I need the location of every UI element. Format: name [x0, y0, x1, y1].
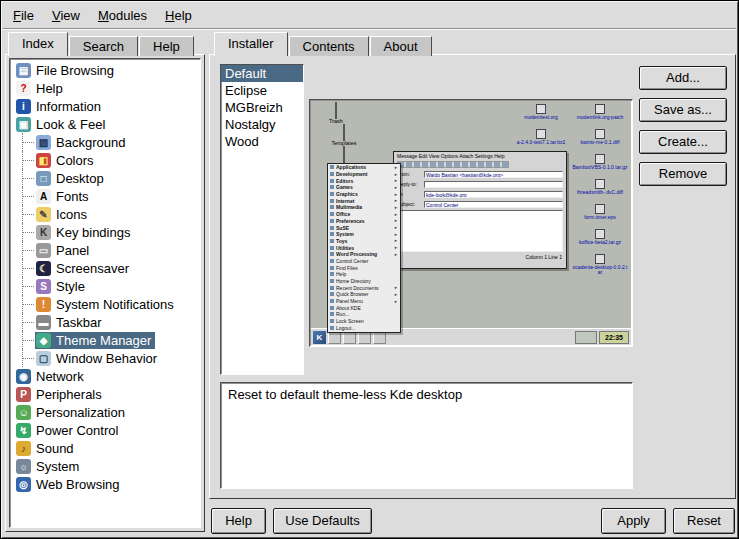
tree-item-content: ▬ Taskbar	[35, 314, 106, 331]
tree-item[interactable]: ↯ Power Control	[12, 421, 200, 439]
tree-item-content: ▨ Background	[35, 134, 129, 151]
kmenu-item-icon	[330, 259, 334, 263]
tree-item[interactable]: ? Help	[12, 79, 200, 97]
tree-item[interactable]: ◉ Network	[12, 367, 200, 385]
use-defaults-button[interactable]: Use Defaults	[273, 508, 372, 534]
menu-modules[interactable]: Modules	[89, 5, 156, 26]
tree-connector	[22, 295, 35, 313]
tab-contents[interactable]: Contents	[289, 36, 369, 56]
kmenu-item: SuSE	[328, 224, 400, 231]
kmenu-item-icon	[330, 286, 334, 290]
screensaver-icon: ☾	[36, 261, 51, 276]
tree-item[interactable]: S Style	[12, 277, 200, 295]
tree-item-label: Information	[36, 99, 101, 114]
help-icon: ?	[16, 81, 31, 96]
kmenu-item: About KDE	[328, 304, 400, 311]
tree-item[interactable]: ✎ Icons	[12, 205, 200, 223]
file-icon	[595, 179, 605, 189]
background-icon: ▨	[36, 135, 51, 150]
tab-about[interactable]: About	[370, 36, 432, 56]
tree-item[interactable]: ☼ System	[12, 457, 200, 475]
kmenu-item-icon	[330, 179, 334, 183]
tree-item[interactable]: ▣ Look & Feel	[12, 115, 200, 133]
installer-pane: Default Eclipse MGBreizh Nostalgy Wood T…	[209, 54, 736, 499]
tree-item[interactable]: ◧ Colors	[12, 151, 200, 169]
desktop-pager	[575, 331, 597, 344]
tree-item[interactable]: ☾ Screensaver	[12, 259, 200, 277]
apply-button[interactable]: Apply	[601, 508, 666, 534]
personalization-icon: ☺	[16, 405, 31, 420]
remove-button[interactable]: Remove	[639, 162, 727, 186]
taskbar-icon: ▬	[36, 315, 51, 330]
tree-item-label: Icons	[56, 207, 87, 222]
tree-item-label: Taskbar	[56, 315, 102, 330]
tree-item-content: ☺ Personalization	[15, 404, 129, 421]
desktop-icon: a-2.4.0-test7.1.tar.bz2	[513, 129, 569, 145]
theme-manager-icon: ◆	[36, 333, 51, 348]
tree-item[interactable]: ◎ Web Browsing	[12, 475, 200, 493]
menu-file[interactable]: File	[4, 5, 43, 26]
tree-item[interactable]: P Peripherals	[12, 385, 200, 403]
kmenu-item: Internet	[328, 197, 400, 204]
help-button[interactable]: Help	[211, 508, 266, 534]
tree-connector	[22, 223, 35, 241]
tree-connector	[22, 349, 35, 367]
tree-item[interactable]: A Fonts	[12, 187, 200, 205]
tree-item[interactable]: ▢ Window Behavior	[12, 349, 200, 367]
kmenu-item-icon	[330, 205, 334, 209]
tree-item-label: Peripherals	[36, 387, 102, 402]
kmenu-item: Editors	[328, 177, 400, 184]
menubar-separator	[3, 28, 736, 30]
theme-list-item[interactable]: Default	[221, 65, 303, 82]
power-control-icon: ↯	[16, 423, 31, 438]
tree-item[interactable]: i Information	[12, 97, 200, 115]
kmenu-item-icon	[330, 299, 334, 303]
tree-item-label: System Notifications	[56, 297, 174, 312]
kmenu-item-icon	[330, 172, 334, 176]
tab-help[interactable]: Help	[139, 36, 194, 56]
tree-item[interactable]: ♪ Sound	[12, 439, 200, 457]
desktop-icon: BambooVBS-0.1.0.tar.gz	[572, 154, 628, 170]
kmenu-item-icon	[330, 326, 334, 330]
menu-view[interactable]: View	[43, 5, 89, 26]
tab-installer[interactable]: Installer	[214, 32, 288, 56]
kmenu-item: System	[328, 231, 400, 238]
tree-item-label: Colors	[56, 153, 94, 168]
tree-item[interactable]: ▤ File Browsing	[12, 61, 200, 79]
menu-help[interactable]: Help	[156, 5, 201, 26]
theme-list-item[interactable]: Wood	[221, 133, 303, 150]
tree-item-content: ! System Notifications	[35, 296, 178, 313]
kmenu-item: Logout...	[328, 325, 400, 332]
kmenu-item: Run...	[328, 311, 400, 318]
tree-item[interactable]: ☺ Personalization	[12, 403, 200, 421]
tree-item[interactable]: ▬ Taskbar	[12, 313, 200, 331]
tree-item-label: Desktop	[56, 171, 104, 186]
kmenu-item: Help	[328, 271, 400, 278]
kmenu-item: Multimedia	[328, 204, 400, 211]
theme-list-item[interactable]: Eclipse	[221, 82, 303, 99]
theme-list-item[interactable]: MGBreizh	[221, 99, 303, 116]
reset-button[interactable]: Reset	[673, 508, 735, 534]
tree-item[interactable]: ▭ Panel	[12, 241, 200, 259]
theme-name: Nostalgy	[225, 117, 276, 132]
add-button[interactable]: Add...	[639, 66, 727, 90]
sound-icon: ♪	[16, 441, 31, 456]
tab-index[interactable]: Index	[8, 32, 68, 56]
tree-item-content: ▣ Look & Feel	[15, 116, 109, 133]
tree-item-content: S Style	[35, 278, 89, 295]
module-tree: ▤ File Browsing ? Help i Information	[9, 58, 201, 528]
tree-connector	[22, 169, 35, 187]
tree-item[interactable]: ▨ Background	[12, 133, 200, 151]
save-as-button[interactable]: Save as...	[639, 98, 727, 122]
tree-item[interactable]: K Key bindings	[12, 223, 200, 241]
tree-item[interactable]: ◆ Theme Manager	[12, 331, 200, 349]
create-button[interactable]: Create...	[639, 130, 727, 154]
desktop-icon: Trash	[313, 103, 359, 124]
tab-search[interactable]: Search	[69, 36, 138, 56]
theme-list-item[interactable]: Nostalgy	[221, 116, 303, 133]
key-bindings-icon: K	[36, 225, 51, 240]
tree-item[interactable]: ! System Notifications	[12, 295, 200, 313]
tree-item-content: K Key bindings	[35, 224, 134, 241]
tree-item[interactable]: □ Desktop	[12, 169, 200, 187]
file-icon	[595, 129, 605, 139]
